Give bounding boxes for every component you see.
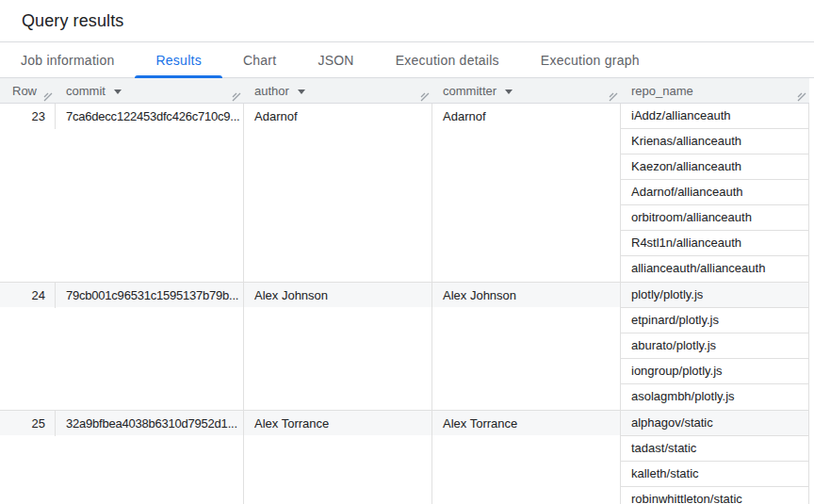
row-number: 23: [0, 104, 56, 129]
repo-name-cell: alphagov/statictadast/statickalleth/stat…: [621, 411, 809, 504]
column-header-repo-name[interactable]: repo_name: [621, 78, 809, 103]
column-resize-handle[interactable]: [231, 91, 241, 102]
column-header-commit[interactable]: commit: [56, 78, 244, 103]
table-row: 2479cb001c96531c1595137b79b...Alex Johns…: [0, 283, 809, 411]
row-number-cell: 25: [0, 411, 56, 504]
row-number: 25: [0, 411, 56, 436]
author-cell: Alex Johnson: [244, 283, 432, 410]
column-label: commit: [66, 84, 106, 98]
repo-name-value: kalleth/static: [621, 462, 808, 487]
results-table: Row commit author committer: [0, 78, 814, 504]
column-header-row[interactable]: Row: [0, 78, 56, 103]
repo-name-value: Kaezon/allianceauth: [621, 154, 808, 180]
row-number-cell: 24: [0, 283, 56, 410]
column-label: committer: [443, 84, 497, 98]
column-menu-arrow-icon[interactable]: [114, 89, 122, 94]
repo-name-cell: plotly/plotly.jsetpinard/plotly.jsaburat…: [621, 283, 809, 410]
column-header-committer[interactable]: committer: [432, 78, 621, 103]
column-resize-handle[interactable]: [608, 91, 618, 102]
commit-cell: 7ca6decc122453dfc426c710c9...: [56, 104, 244, 282]
repo-name-value: etpinard/plotly.js: [621, 308, 808, 333]
column-resize-handle[interactable]: [419, 91, 430, 102]
page-title: Query results: [22, 11, 123, 31]
tab-job-information[interactable]: Job information: [0, 42, 135, 77]
committer-cell: Alex Johnson: [432, 283, 621, 410]
repo-name-value: iAddz/allianceauth: [621, 104, 808, 129]
table-body: 237ca6decc122453dfc426c710c9...AdarnofAd…: [0, 104, 809, 504]
tab-results[interactable]: Results: [135, 42, 221, 77]
repo-name-value: R4stl1n/allianceauth: [621, 231, 808, 256]
repo-name-value: Krienas/allianceauth: [621, 129, 808, 154]
author-cell: Adarnof: [244, 104, 432, 282]
column-resize-handle[interactable]: [796, 91, 806, 102]
row-number-cell: 23: [0, 104, 56, 282]
repo-name-value: aburato/plotly.js: [621, 333, 808, 359]
table-header-row: Row commit author committer: [0, 78, 809, 104]
repo-name-value: Adarnof/allianceauth: [621, 180, 808, 205]
repo-name-value: orbitroom/allianceauth: [621, 205, 808, 231]
commit-cell: 32a9bfbea4038b6310d7952d1...: [56, 411, 244, 504]
tab-json[interactable]: JSON: [297, 42, 374, 77]
column-header-author[interactable]: author: [244, 78, 432, 103]
column-menu-arrow-icon[interactable]: [505, 89, 513, 94]
column-resize-handle[interactable]: [42, 91, 53, 102]
repo-name-value: alphagov/static: [621, 411, 808, 436]
tab-bar: Job informationResultsChartJSONExecution…: [0, 42, 814, 78]
repo-name-value: tadast/static: [621, 436, 808, 462]
repo-name-value: asolagmbh/plotly.js: [621, 384, 808, 410]
repo-name-value: robinwhittleton/static: [621, 487, 808, 504]
commit-cell: 79cb001c96531c1595137b79b...: [56, 283, 244, 410]
tab-chart[interactable]: Chart: [222, 42, 297, 77]
repo-name-value: plotly/plotly.js: [621, 283, 808, 308]
table-row: 2532a9bfbea4038b6310d7952d1...Alex Torra…: [0, 411, 809, 504]
table-row: 237ca6decc122453dfc426c710c9...AdarnofAd…: [0, 104, 809, 283]
column-label: Row: [12, 84, 37, 98]
author-cell: Alex Torrance: [244, 411, 432, 504]
tab-execution-graph[interactable]: Execution graph: [520, 42, 660, 77]
committer-cell: Adarnof: [432, 104, 621, 282]
tab-execution-details[interactable]: Execution details: [375, 42, 520, 77]
row-number: 24: [0, 283, 56, 308]
committer-cell: Alex Torrance: [432, 411, 621, 504]
repo-name-cell: iAddz/allianceauthKrienas/allianceauthKa…: [621, 104, 809, 282]
repo-name-value: allianceauth/allianceauth: [621, 256, 808, 282]
column-label: repo_name: [631, 84, 693, 98]
repo-name-value: iongroup/plotly.js: [621, 359, 808, 384]
column-label: author: [254, 84, 289, 98]
column-menu-arrow-icon[interactable]: [298, 89, 305, 94]
panel-header: Query results: [0, 0, 814, 42]
